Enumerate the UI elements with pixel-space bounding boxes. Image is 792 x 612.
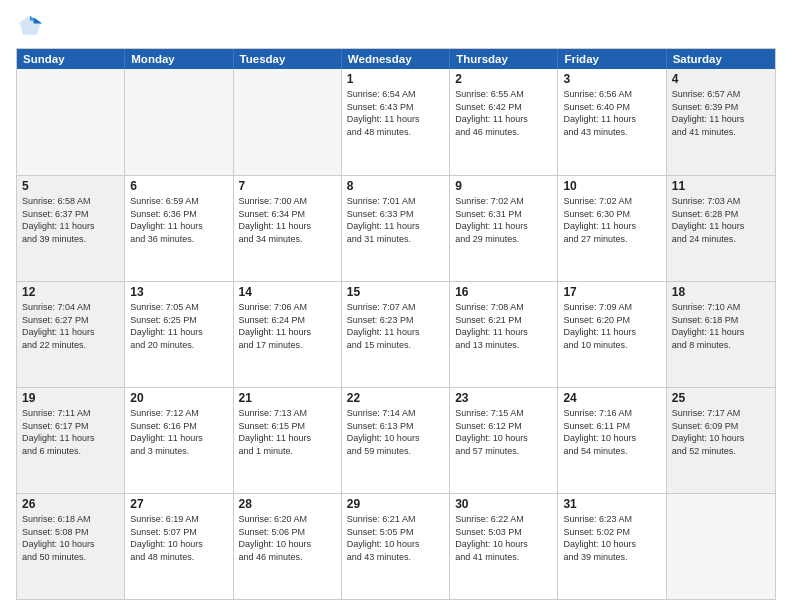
cell-details: Sunrise: 7:12 AM Sunset: 6:16 PM Dayligh… (130, 407, 227, 457)
cell-details: Sunrise: 7:01 AM Sunset: 6:33 PM Dayligh… (347, 195, 444, 245)
calendar-cell: 7Sunrise: 7:00 AM Sunset: 6:34 PM Daylig… (234, 176, 342, 281)
day-number: 9 (455, 179, 552, 193)
cell-details: Sunrise: 7:16 AM Sunset: 6:11 PM Dayligh… (563, 407, 660, 457)
cell-details: Sunrise: 6:22 AM Sunset: 5:03 PM Dayligh… (455, 513, 552, 563)
day-number: 17 (563, 285, 660, 299)
weekday-header: Saturday (667, 49, 775, 69)
cell-details: Sunrise: 7:04 AM Sunset: 6:27 PM Dayligh… (22, 301, 119, 351)
cell-details: Sunrise: 6:58 AM Sunset: 6:37 PM Dayligh… (22, 195, 119, 245)
cell-details: Sunrise: 6:19 AM Sunset: 5:07 PM Dayligh… (130, 513, 227, 563)
logo-icon (16, 12, 44, 40)
cell-details: Sunrise: 6:21 AM Sunset: 5:05 PM Dayligh… (347, 513, 444, 563)
calendar-cell: 5Sunrise: 6:58 AM Sunset: 6:37 PM Daylig… (17, 176, 125, 281)
weekday-header: Wednesday (342, 49, 450, 69)
day-number: 22 (347, 391, 444, 405)
day-number: 20 (130, 391, 227, 405)
day-number: 30 (455, 497, 552, 511)
day-number: 25 (672, 391, 770, 405)
calendar-body: 1Sunrise: 6:54 AM Sunset: 6:43 PM Daylig… (17, 69, 775, 599)
day-number: 12 (22, 285, 119, 299)
day-number: 26 (22, 497, 119, 511)
calendar-cell: 10Sunrise: 7:02 AM Sunset: 6:30 PM Dayli… (558, 176, 666, 281)
day-number: 16 (455, 285, 552, 299)
weekday-header: Friday (558, 49, 666, 69)
calendar-cell: 14Sunrise: 7:06 AM Sunset: 6:24 PM Dayli… (234, 282, 342, 387)
day-number: 28 (239, 497, 336, 511)
day-number: 10 (563, 179, 660, 193)
cell-details: Sunrise: 7:03 AM Sunset: 6:28 PM Dayligh… (672, 195, 770, 245)
cell-details: Sunrise: 7:10 AM Sunset: 6:18 PM Dayligh… (672, 301, 770, 351)
calendar-cell (17, 69, 125, 175)
calendar-row: 5Sunrise: 6:58 AM Sunset: 6:37 PM Daylig… (17, 175, 775, 281)
cell-details: Sunrise: 7:06 AM Sunset: 6:24 PM Dayligh… (239, 301, 336, 351)
cell-details: Sunrise: 7:02 AM Sunset: 6:30 PM Dayligh… (563, 195, 660, 245)
calendar-cell: 22Sunrise: 7:14 AM Sunset: 6:13 PM Dayli… (342, 388, 450, 493)
calendar-cell: 31Sunrise: 6:23 AM Sunset: 5:02 PM Dayli… (558, 494, 666, 599)
day-number: 7 (239, 179, 336, 193)
calendar-cell: 18Sunrise: 7:10 AM Sunset: 6:18 PM Dayli… (667, 282, 775, 387)
calendar-cell (667, 494, 775, 599)
cell-details: Sunrise: 7:14 AM Sunset: 6:13 PM Dayligh… (347, 407, 444, 457)
calendar-cell: 23Sunrise: 7:15 AM Sunset: 6:12 PM Dayli… (450, 388, 558, 493)
day-number: 24 (563, 391, 660, 405)
calendar-cell: 29Sunrise: 6:21 AM Sunset: 5:05 PM Dayli… (342, 494, 450, 599)
cell-details: Sunrise: 7:13 AM Sunset: 6:15 PM Dayligh… (239, 407, 336, 457)
day-number: 18 (672, 285, 770, 299)
cell-details: Sunrise: 6:56 AM Sunset: 6:40 PM Dayligh… (563, 88, 660, 138)
logo (16, 12, 48, 40)
calendar-cell (234, 69, 342, 175)
calendar-cell: 3Sunrise: 6:56 AM Sunset: 6:40 PM Daylig… (558, 69, 666, 175)
calendar-cell: 1Sunrise: 6:54 AM Sunset: 6:43 PM Daylig… (342, 69, 450, 175)
day-number: 2 (455, 72, 552, 86)
weekday-header: Thursday (450, 49, 558, 69)
day-number: 14 (239, 285, 336, 299)
calendar-cell: 19Sunrise: 7:11 AM Sunset: 6:17 PM Dayli… (17, 388, 125, 493)
day-number: 3 (563, 72, 660, 86)
calendar-cell: 13Sunrise: 7:05 AM Sunset: 6:25 PM Dayli… (125, 282, 233, 387)
cell-details: Sunrise: 6:59 AM Sunset: 6:36 PM Dayligh… (130, 195, 227, 245)
calendar-cell: 12Sunrise: 7:04 AM Sunset: 6:27 PM Dayli… (17, 282, 125, 387)
weekday-header: Monday (125, 49, 233, 69)
day-number: 8 (347, 179, 444, 193)
calendar-cell: 25Sunrise: 7:17 AM Sunset: 6:09 PM Dayli… (667, 388, 775, 493)
calendar-cell: 8Sunrise: 7:01 AM Sunset: 6:33 PM Daylig… (342, 176, 450, 281)
cell-details: Sunrise: 6:20 AM Sunset: 5:06 PM Dayligh… (239, 513, 336, 563)
cell-details: Sunrise: 7:05 AM Sunset: 6:25 PM Dayligh… (130, 301, 227, 351)
cell-details: Sunrise: 6:23 AM Sunset: 5:02 PM Dayligh… (563, 513, 660, 563)
calendar-header: SundayMondayTuesdayWednesdayThursdayFrid… (17, 49, 775, 69)
day-number: 27 (130, 497, 227, 511)
cell-details: Sunrise: 7:02 AM Sunset: 6:31 PM Dayligh… (455, 195, 552, 245)
calendar-cell: 17Sunrise: 7:09 AM Sunset: 6:20 PM Dayli… (558, 282, 666, 387)
weekday-header: Tuesday (234, 49, 342, 69)
calendar-cell: 28Sunrise: 6:20 AM Sunset: 5:06 PM Dayli… (234, 494, 342, 599)
calendar-row: 19Sunrise: 7:11 AM Sunset: 6:17 PM Dayli… (17, 387, 775, 493)
calendar-cell: 21Sunrise: 7:13 AM Sunset: 6:15 PM Dayli… (234, 388, 342, 493)
calendar-cell: 27Sunrise: 6:19 AM Sunset: 5:07 PM Dayli… (125, 494, 233, 599)
day-number: 4 (672, 72, 770, 86)
weekday-header: Sunday (17, 49, 125, 69)
cell-details: Sunrise: 7:17 AM Sunset: 6:09 PM Dayligh… (672, 407, 770, 457)
day-number: 13 (130, 285, 227, 299)
day-number: 29 (347, 497, 444, 511)
calendar-row: 26Sunrise: 6:18 AM Sunset: 5:08 PM Dayli… (17, 493, 775, 599)
day-number: 1 (347, 72, 444, 86)
calendar: SundayMondayTuesdayWednesdayThursdayFrid… (16, 48, 776, 600)
cell-details: Sunrise: 7:07 AM Sunset: 6:23 PM Dayligh… (347, 301, 444, 351)
calendar-cell (125, 69, 233, 175)
calendar-cell: 15Sunrise: 7:07 AM Sunset: 6:23 PM Dayli… (342, 282, 450, 387)
header (16, 12, 776, 40)
day-number: 5 (22, 179, 119, 193)
day-number: 19 (22, 391, 119, 405)
calendar-cell: 4Sunrise: 6:57 AM Sunset: 6:39 PM Daylig… (667, 69, 775, 175)
calendar-cell: 20Sunrise: 7:12 AM Sunset: 6:16 PM Dayli… (125, 388, 233, 493)
calendar-cell: 16Sunrise: 7:08 AM Sunset: 6:21 PM Dayli… (450, 282, 558, 387)
cell-details: Sunrise: 7:08 AM Sunset: 6:21 PM Dayligh… (455, 301, 552, 351)
day-number: 6 (130, 179, 227, 193)
cell-details: Sunrise: 6:54 AM Sunset: 6:43 PM Dayligh… (347, 88, 444, 138)
day-number: 23 (455, 391, 552, 405)
cell-details: Sunrise: 6:18 AM Sunset: 5:08 PM Dayligh… (22, 513, 119, 563)
calendar-cell: 2Sunrise: 6:55 AM Sunset: 6:42 PM Daylig… (450, 69, 558, 175)
cell-details: Sunrise: 7:11 AM Sunset: 6:17 PM Dayligh… (22, 407, 119, 457)
calendar-row: 1Sunrise: 6:54 AM Sunset: 6:43 PM Daylig… (17, 69, 775, 175)
day-number: 11 (672, 179, 770, 193)
